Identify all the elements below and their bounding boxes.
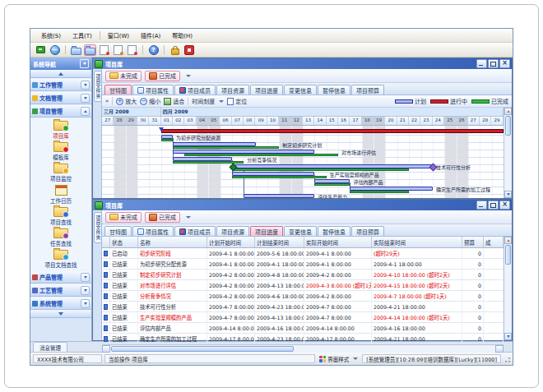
web-button[interactable] <box>49 44 61 56</box>
table-row[interactable]: 已结束制定初步研究计划2009-4-2 8:00:002009-4-8 18:0… <box>102 270 504 280</box>
maximize-button[interactable] <box>488 59 499 68</box>
tab-项目进度[interactable]: 项目进度 <box>250 85 283 95</box>
tab-项目属性[interactable]: 项目属性 <box>132 226 174 236</box>
menu-item-4[interactable]: 帮助(H) <box>166 30 198 41</box>
tab-项目进度[interactable]: 项目进度 <box>250 226 283 236</box>
scroll-left-button[interactable] <box>102 345 110 353</box>
filter-button-已完成[interactable]: 已完成 <box>145 212 180 223</box>
sidebar-section-项目管理[interactable]: 项目管理 <box>30 104 91 118</box>
project-folders-tab[interactable]: 项目文件夹 <box>94 71 102 102</box>
folder-save-button[interactable] <box>84 44 96 56</box>
table-row[interactable]: 已结束生产实验室规模的产品2009-4-7 8:00:002009-4-13 1… <box>102 312 504 323</box>
sidebar-item-项目查找[interactable]: 项目查找 <box>30 205 91 227</box>
scroll-down-button[interactable] <box>504 333 512 340</box>
column-header-计划结束时间[interactable]: 计划结束时间 <box>255 237 304 247</box>
connect-button[interactable] <box>35 44 47 56</box>
column-header-实际结束时间[interactable]: 实际结束时间 <box>372 237 462 247</box>
folder-open-button[interactable] <box>70 44 82 56</box>
menu-item-0[interactable]: 系统(S) <box>35 30 67 41</box>
menu-item-1[interactable]: 工具(T) <box>67 30 98 41</box>
exit-button[interactable] <box>183 44 195 56</box>
table-row[interactable]: 已结束为初步研究分配资源2009-4-1 8:00:002009-4-1 18:… <box>102 259 504 270</box>
scroll-up-button[interactable] <box>504 237 512 244</box>
sidebar-item-模板库[interactable]: 模板库 <box>30 141 91 162</box>
section-chevron-icon[interactable] <box>81 286 90 295</box>
more-tools-button[interactable]: » <box>105 98 109 104</box>
scroll-down-button[interactable] <box>504 191 512 198</box>
fit-button[interactable]: 适合 <box>164 97 184 105</box>
scrollbar-thumb[interactable] <box>505 245 511 265</box>
sidebar-section-系统管理[interactable]: 系统管理 <box>30 297 91 310</box>
table-row[interactable]: 已结束确定生产所需的加工过程2009-4-17 8:00:002009-4-23… <box>102 334 504 344</box>
filter-button-未完成[interactable]: 未完成 <box>105 212 142 223</box>
section-chevron-icon[interactable] <box>81 273 90 282</box>
table-row[interactable]: 已结束对市场进行评估2009-4-2 8:00:002009-4-13 18:0… <box>102 280 504 291</box>
zoom-in-button[interactable]: +放大 <box>116 97 137 105</box>
tab-项目资源[interactable]: 项目资源 <box>216 226 249 236</box>
tab-暂停信息[interactable]: 暂停信息 <box>318 226 350 236</box>
locate-button[interactable]: 定位 <box>227 97 247 105</box>
table-row[interactable]: 已结束技术可行性分析2009-4-7 8:00:002009-4-23 18:0… <box>102 302 504 312</box>
resize-grip[interactable] <box>504 356 510 362</box>
sidebar-item-项目库[interactable]: 项目库 <box>30 119 91 141</box>
tab-项目资源[interactable]: 项目资源 <box>216 85 249 95</box>
tab-项目预算[interactable]: 项目预算 <box>351 85 384 95</box>
column-header-实际开始时间[interactable]: 实际开始时间 <box>304 237 372 247</box>
column-header-预算[interactable]: 预算 <box>462 237 484 247</box>
chevron-down-icon[interactable] <box>186 75 191 77</box>
table-row[interactable]: 已启动初步研究阶段2009-4-1 8:00:002009-5-6 18:00:… <box>102 248 504 259</box>
mail-recv-button[interactable] <box>112 44 124 56</box>
filter-button-已完成[interactable]: 已完成 <box>145 71 180 81</box>
section-chevron-icon[interactable] <box>81 94 90 103</box>
tab-项目成员[interactable]: 项目成员 <box>174 226 216 236</box>
window-title-bar[interactable]: 项目库 <box>93 200 512 210</box>
table-row[interactable]: 已结束分析竞争情况2009-4-2 8:00:002009-4-6 18:00:… <box>102 291 504 302</box>
actual-bar[interactable] <box>350 191 409 193</box>
column-header-状态[interactable]: 状态 <box>110 237 138 247</box>
sidebar-section-工作管理[interactable]: 工作管理 <box>30 78 91 91</box>
time-scale-dropdown[interactable]: 时间刻度 <box>192 97 224 105</box>
tab-项目属性[interactable]: 项目属性 <box>132 85 174 95</box>
tab-暂停信息[interactable]: 暂停信息 <box>318 85 350 95</box>
column-header-计划开始时间[interactable]: 计划开始时间 <box>207 237 255 247</box>
tab-项目预算[interactable]: 项目预算 <box>351 226 384 236</box>
tab-甘特图[interactable]: 甘特图 <box>104 85 132 95</box>
column-header-名称[interactable]: 名称 <box>138 237 207 247</box>
menu-item-3[interactable]: 插件(A) <box>135 30 166 41</box>
tab-项目成员[interactable]: 项目成员 <box>174 85 216 95</box>
summary-bar[interactable] <box>161 129 504 133</box>
sidebar-section-产品管理[interactable]: 产品管理 <box>30 270 91 284</box>
section-chevron-icon[interactable] <box>81 81 90 90</box>
section-chevron-icon[interactable] <box>81 299 90 308</box>
sidebar-item-任务查找[interactable]: 任务查找 <box>30 227 91 248</box>
scrollbar-thumb[interactable] <box>111 346 294 352</box>
sidebar-item-项目文档查找[interactable]: 项目文档查找 <box>30 248 91 270</box>
sidebar-item-项目监控[interactable]: 项目监控 <box>30 162 91 183</box>
sidebar-scroll-down[interactable] <box>30 310 91 318</box>
project-folders-tab[interactable]: 项目文件夹 <box>94 212 102 243</box>
filter-button-未完成[interactable]: 未完成 <box>105 71 142 81</box>
menu-item-2[interactable]: 窗口(W) <box>102 30 135 41</box>
table-horizontal-scrollbar[interactable] <box>102 344 504 353</box>
actual-bar[interactable] <box>161 139 173 141</box>
table-vertical-scrollbar[interactable] <box>504 237 512 340</box>
window-title-bar[interactable]: 项目库 <box>93 58 512 69</box>
scrollbar-thumb[interactable] <box>505 116 511 136</box>
help-button[interactable] <box>147 44 160 56</box>
table-row[interactable]: 已结束评估内部产品2009-4-14 8:00:002009-4-16 18:0… <box>102 323 504 334</box>
sidebar-item-工作日历[interactable]: 工作日历 <box>30 183 91 205</box>
sidebar-scroll-up[interactable] <box>30 70 91 78</box>
scroll-up-button[interactable] <box>504 108 512 115</box>
column-header-成[interactable]: 成 <box>484 237 504 247</box>
actual-bar[interactable] <box>232 176 327 178</box>
pin-icon[interactable] <box>80 59 89 68</box>
scroll-right-button[interactable] <box>495 345 504 353</box>
zoom-out-button[interactable]: −缩小 <box>140 97 160 105</box>
mail-send-button[interactable] <box>126 44 138 56</box>
mail-new-button[interactable] <box>98 44 110 56</box>
minimize-button[interactable] <box>476 201 487 210</box>
tab-变更信息[interactable]: 变更信息 <box>284 226 317 236</box>
maximize-button[interactable] <box>488 201 499 210</box>
section-chevron-icon[interactable] <box>81 107 90 116</box>
message-management-tab[interactable]: 消息管理 <box>33 342 67 352</box>
